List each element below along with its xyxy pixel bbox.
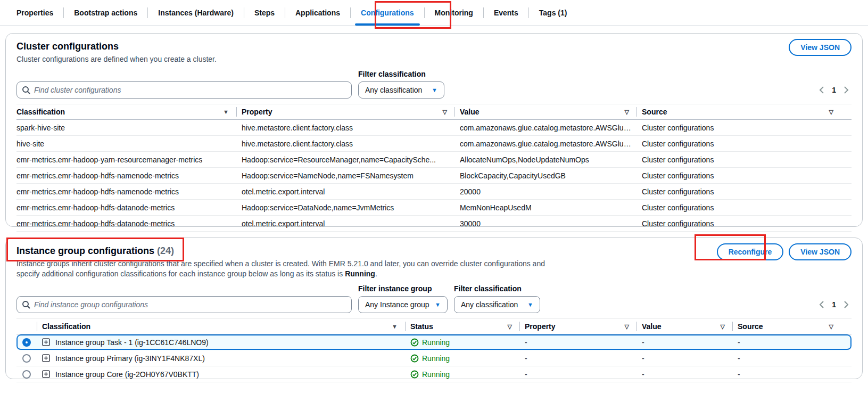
tab-steps[interactable]: Steps [244, 0, 285, 26]
instance-group-search [16, 296, 352, 313]
status-text: Running [422, 354, 450, 363]
column-header-value[interactable]: Value ▽ [454, 104, 636, 119]
tab-instances-hardware[interactable]: Instances (Hardware) [148, 0, 244, 26]
row-select-cell [16, 370, 37, 379]
expand-row-icon[interactable] [42, 354, 50, 362]
column-header-source[interactable]: Source ▽ [636, 104, 852, 119]
tab-bar: PropertiesBootstrap actionsInstances (Ha… [0, 0, 868, 26]
expand-row-icon[interactable] [42, 370, 50, 378]
instance-group-row[interactable]: Instance group Primary (ig-3INY1F4NK87XL… [16, 350, 852, 366]
next-page-icon[interactable] [844, 86, 849, 94]
tab-configurations[interactable]: Configurations [351, 0, 424, 26]
cell-source: - [732, 338, 852, 347]
cell-source: Cluster configurations [636, 187, 852, 196]
column-header-source[interactable]: Source ▽ [732, 319, 852, 334]
sort-icon[interactable]: ▽ [625, 109, 629, 116]
radio-unselected[interactable] [22, 354, 31, 363]
cell-classification: emr-metrics.emr-hadoop-hdfs-datanode-met… [16, 219, 236, 228]
sort-icon[interactable]: ▽ [443, 109, 447, 116]
tab-events[interactable]: Events [484, 0, 528, 26]
cell-property: Hadoop:service=DataNode,name=JvmMetrics [236, 203, 454, 212]
filter-classification-label-2: Filter classification [454, 284, 540, 293]
filter-instance-group-label: Filter instance group [358, 284, 448, 293]
sort-descending-icon[interactable]: ▼ [392, 323, 398, 330]
chevron-down-icon: ▼ [527, 302, 533, 308]
column-header-property[interactable]: Property ▽ [519, 319, 636, 334]
cell-value: 30000 [454, 219, 636, 228]
tab-label: Tags (1) [539, 9, 567, 17]
instance-group-description: Instance groups inherit cluster configur… [16, 259, 545, 279]
status-running-icon [410, 338, 419, 347]
tab-label: Bootstrap actions [74, 9, 137, 17]
cell-source: Cluster configurations [636, 171, 852, 180]
chevron-down-icon: ▼ [435, 302, 441, 308]
tab-label: Applications [295, 9, 340, 17]
classification-filter-dropdown[interactable]: Any classification ▼ [358, 81, 444, 99]
column-header-property[interactable]: Property ▽ [236, 104, 454, 119]
view-json-button-2[interactable]: View JSON [789, 243, 852, 260]
cell-property: hive.metastore.client.factory.class [236, 140, 454, 148]
status-running-icon [410, 370, 419, 379]
tab-tags-1[interactable]: Tags (1) [529, 0, 577, 26]
previous-page-icon[interactable] [819, 86, 824, 94]
tab-label: Events [494, 9, 518, 17]
tab-label: Configurations [361, 9, 414, 17]
instance-group-configurations-title: Instance group configurations (24) [16, 243, 545, 257]
reconfigure-button[interactable]: Reconfigure [717, 243, 784, 260]
tab-monitoring[interactable]: Monitoring [425, 0, 483, 26]
cluster-config-pagination: 1 [819, 86, 852, 99]
cell-property: - [519, 370, 636, 379]
radio-unselected[interactable] [22, 370, 31, 379]
cell-property: - [519, 354, 636, 363]
instance-group-search-input[interactable] [16, 296, 352, 313]
cell-source: - [732, 354, 852, 363]
instance-group-configurations-panel: Instance group configurations (24) Insta… [5, 238, 863, 379]
column-label: Property [242, 108, 272, 116]
column-label: Status [410, 322, 433, 331]
row-select-cell [16, 354, 37, 363]
current-page-number[interactable]: 1 [832, 300, 836, 309]
view-json-button[interactable]: View JSON [789, 39, 852, 56]
row-select-cell [16, 338, 37, 347]
column-label: Value [642, 322, 662, 331]
cell-value: BlockCapacity,CapacityUsedGB [454, 171, 636, 180]
config-row: emr-metrics.emr-hadoop-hdfs-namenode-met… [16, 168, 852, 184]
current-page-number[interactable]: 1 [832, 86, 836, 94]
cell-classification: emr-metrics.emr-hadoop-yarn-resourcemana… [16, 155, 236, 164]
cell-classification: hive-site [16, 140, 236, 148]
column-header-classification[interactable]: Classification ▼ [37, 319, 405, 334]
previous-page-icon[interactable] [819, 300, 824, 309]
classification-filter-dropdown-2[interactable]: Any classification ▼ [454, 296, 540, 313]
next-page-icon[interactable] [844, 300, 849, 309]
cluster-config-table-body: spark-hive-sitehive.metastore.client.fac… [16, 120, 852, 232]
sort-icon[interactable]: ▽ [625, 323, 629, 330]
instance-group-row[interactable]: Instance group Core (ig-2OH0Y67V0BKTT)Ru… [16, 366, 852, 382]
tab-bootstrap-actions[interactable]: Bootstrap actions [64, 0, 147, 26]
expand-row-icon[interactable] [42, 338, 50, 346]
sort-icon[interactable]: ▽ [721, 323, 725, 330]
cell-classification: spark-hive-site [16, 124, 236, 132]
sort-descending-icon[interactable]: ▼ [223, 109, 229, 115]
tab-properties[interactable]: Properties [6, 0, 63, 26]
column-header-classification[interactable]: Classification ▼ [16, 104, 236, 119]
instance-group-table-body: Instance group Task - 1 (ig-1CC61C746LNO… [16, 334, 852, 382]
cell-classification: emr-metrics.emr-hadoop-hdfs-namenode-met… [16, 171, 236, 180]
sort-icon[interactable]: ▽ [829, 109, 833, 116]
sort-icon[interactable]: ▽ [508, 323, 512, 330]
instance-group-filter-dropdown[interactable]: Any Instance group ▼ [358, 296, 448, 313]
cluster-config-search [16, 81, 352, 99]
column-header-status[interactable]: Status ▽ [405, 319, 519, 334]
tab-applications[interactable]: Applications [285, 0, 350, 26]
search-icon [22, 86, 30, 94]
config-row: emr-metrics.emr-hadoop-yarn-resourcemana… [16, 152, 852, 168]
sort-icon[interactable]: ▽ [829, 323, 833, 330]
cell-source: Cluster configurations [636, 203, 852, 212]
cell-classification: emr-metrics.emr-hadoop-hdfs-namenode-met… [16, 187, 236, 196]
instance-group-pagination: 1 [819, 300, 852, 313]
instance-group-row[interactable]: Instance group Task - 1 (ig-1CC61C746LNO… [16, 334, 852, 350]
cluster-config-table-header: Classification ▼ Property ▽ Value ▽ Sour… [16, 104, 852, 120]
radio-selected[interactable] [22, 338, 31, 347]
cell-source: Cluster configurations [636, 219, 852, 228]
cluster-config-search-input[interactable] [16, 81, 352, 99]
column-header-value[interactable]: Value ▽ [636, 319, 732, 334]
